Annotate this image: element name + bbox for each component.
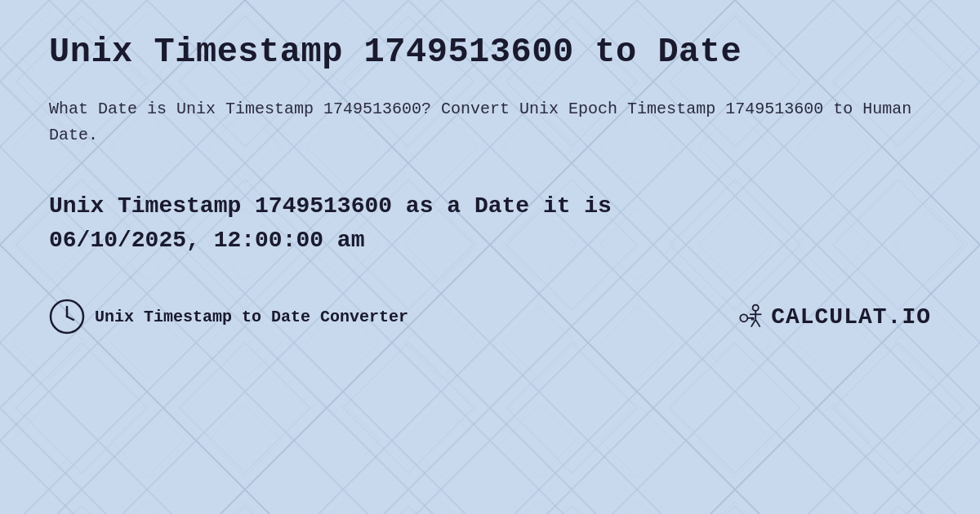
result-text: Unix Timestamp 1749513600 as a Date it i…	[49, 189, 931, 258]
footer-link-text[interactable]: Unix Timestamp to Date Converter	[95, 308, 408, 326]
logo-text: CALCULAT.IO	[771, 304, 931, 330]
svg-line-13	[751, 320, 755, 327]
svg-line-9	[67, 317, 74, 320]
result-section: Unix Timestamp 1749513600 as a Date it i…	[49, 189, 931, 258]
page-title: Unix Timestamp 1749513600 to Date	[49, 33, 931, 72]
result-line2: 06/10/2025, 12:00:00 am	[49, 228, 364, 253]
svg-point-10	[753, 305, 759, 311]
logo-area[interactable]: CALCULAT.IO	[735, 302, 931, 331]
page-description: What Date is Unix Timestamp 1749513600? …	[49, 96, 931, 148]
footer: Unix Timestamp to Date Converter	[49, 299, 931, 335]
calculatio-icon	[735, 302, 764, 331]
svg-point-15	[740, 314, 747, 321]
svg-line-14	[755, 320, 760, 327]
clock-icon	[49, 299, 85, 335]
footer-left[interactable]: Unix Timestamp to Date Converter	[49, 299, 408, 335]
result-line1: Unix Timestamp 1749513600 as a Date it i…	[49, 193, 612, 219]
